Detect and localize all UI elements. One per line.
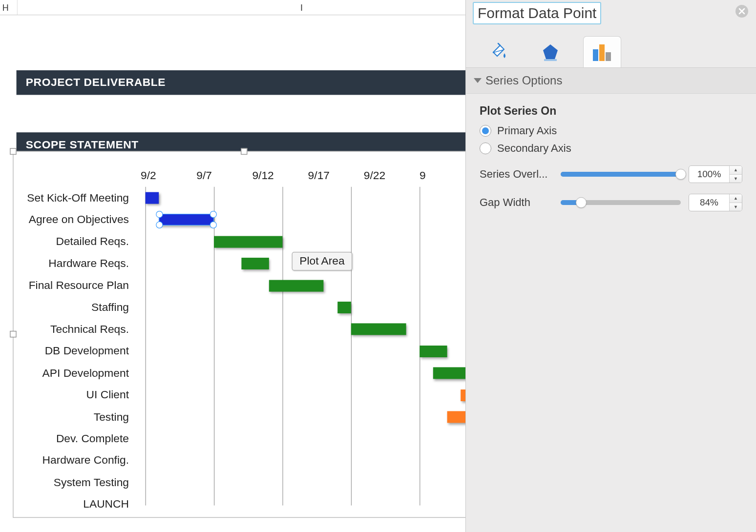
gantt-bar[interactable] <box>269 280 323 291</box>
task-row: Agree on Objectives <box>21 209 483 231</box>
gantt-bar[interactable] <box>351 324 406 335</box>
gantt-bar[interactable] <box>420 346 447 357</box>
radio-icon <box>480 143 491 154</box>
task-label: Hardware Reqs. <box>21 257 135 270</box>
format-pane: Format Data Point <box>465 0 756 532</box>
section-title: Series Options <box>485 74 562 87</box>
task-row: UI Client <box>21 384 483 406</box>
selection-dot[interactable] <box>156 222 163 228</box>
svg-rect-3 <box>606 52 611 61</box>
gap-width-value[interactable]: 84% <box>689 194 729 211</box>
task-label: API Development <box>21 367 135 379</box>
stepper-up[interactable]: ▲ <box>730 194 742 203</box>
task-label: Agree on Objectives <box>21 213 135 226</box>
format-tabs <box>466 29 756 67</box>
x-axis: 9/29/79/129/179/229 <box>141 169 475 184</box>
chevron-down-icon <box>474 78 482 83</box>
gap-width-label: Gap Width <box>480 196 553 209</box>
x-tick: 9/17 <box>308 169 364 184</box>
gantt-chart: 9/29/79/129/179/229 Set Kick-Off Meeting… <box>21 159 475 510</box>
chart-object[interactable]: 9/29/79/129/179/229 Set Kick-Off Meeting… <box>13 151 476 518</box>
plot-area-tooltip: Plot Area <box>292 252 353 270</box>
svg-rect-2 <box>599 44 605 61</box>
selection-handle[interactable] <box>10 331 16 337</box>
selection-handle[interactable] <box>10 148 16 155</box>
task-row: DB Development <box>21 340 483 362</box>
task-row: Technical Reqs. <box>21 318 483 340</box>
gantt-bar[interactable] <box>159 214 214 225</box>
task-row: System Testing <box>21 471 483 493</box>
task-row: Hardware Config. <box>21 450 483 471</box>
task-row: Set Kick-Off Meeting <box>21 187 483 209</box>
svg-rect-1 <box>593 49 598 61</box>
task-label: System Testing <box>21 476 135 489</box>
series-overlap-value[interactable]: 100% <box>689 166 729 183</box>
series-options-tab[interactable] <box>583 36 621 67</box>
chart-rows: Set Kick-Off MeetingAgree on ObjectivesD… <box>21 187 483 506</box>
x-tick: 9/12 <box>252 169 308 184</box>
series-overlap-label: Series Overl... <box>480 168 553 181</box>
secondary-axis-radio[interactable]: Secondary Axis <box>480 142 742 155</box>
task-row: Hardware Reqs. <box>21 252 483 274</box>
gantt-bar[interactable] <box>241 258 269 269</box>
task-label: DB Development <box>21 345 135 357</box>
primary-axis-label: Primary Axis <box>497 124 557 137</box>
radio-icon <box>480 125 491 137</box>
task-label: Staffing <box>21 301 135 313</box>
selection-handle[interactable] <box>241 148 247 155</box>
task-label: Hardware Config. <box>21 454 135 467</box>
format-pane-title[interactable]: Format Data Point <box>473 2 601 24</box>
task-row: LAUNCH <box>21 493 483 515</box>
stepper-up[interactable]: ▲ <box>730 166 742 174</box>
gap-width-stepper[interactable]: 84% ▲ ▼ <box>689 194 742 211</box>
task-label: LAUNCH <box>21 498 135 511</box>
gap-width-slider[interactable] <box>561 200 681 205</box>
gantt-bar[interactable] <box>337 302 351 313</box>
task-row: Dev. Complete <box>21 428 483 450</box>
svg-rect-0 <box>544 59 557 61</box>
selection-dot[interactable] <box>156 211 163 218</box>
x-tick: 9/7 <box>196 169 252 184</box>
slider-thumb[interactable] <box>576 197 587 208</box>
selection-dot[interactable] <box>210 222 217 228</box>
task-label: Testing <box>21 410 135 423</box>
stepper-down[interactable]: ▼ <box>730 203 742 211</box>
task-label: UI Client <box>21 389 135 401</box>
task-label: Final Resource Plan <box>21 279 135 292</box>
task-row: Staffing <box>21 296 483 318</box>
task-label: Set Kick-Off Meeting <box>21 191 135 204</box>
fill-tab[interactable] <box>480 36 518 67</box>
column-header-h[interactable]: H <box>0 0 18 15</box>
selection-dot[interactable] <box>210 211 217 218</box>
task-row: Final Resource Plan <box>21 274 483 296</box>
stepper-down[interactable]: ▼ <box>730 174 742 183</box>
x-tick: 9/22 <box>364 169 420 184</box>
secondary-axis-label: Secondary Axis <box>497 142 571 155</box>
slider-thumb[interactable] <box>675 169 686 180</box>
series-overlap-slider[interactable] <box>561 172 681 177</box>
plot-series-on-label: Plot Series On <box>480 104 742 118</box>
task-row: Testing <box>21 406 483 428</box>
task-row: Detailed Reqs. <box>21 231 483 253</box>
task-label: Dev. Complete <box>21 432 135 445</box>
gantt-bar[interactable] <box>146 192 159 204</box>
task-row: API Development <box>21 362 483 384</box>
close-icon[interactable] <box>735 5 748 18</box>
effects-tab[interactable] <box>531 36 569 67</box>
gantt-bar[interactable] <box>214 236 282 247</box>
primary-axis-radio[interactable]: Primary Axis <box>480 124 742 137</box>
task-label: Detailed Reqs. <box>21 235 135 248</box>
task-label: Technical Reqs. <box>21 323 135 335</box>
series-overlap-stepper[interactable]: 100% ▲ ▼ <box>689 165 742 183</box>
x-tick: 9/2 <box>141 169 196 184</box>
series-options-header[interactable]: Series Options <box>466 68 756 94</box>
